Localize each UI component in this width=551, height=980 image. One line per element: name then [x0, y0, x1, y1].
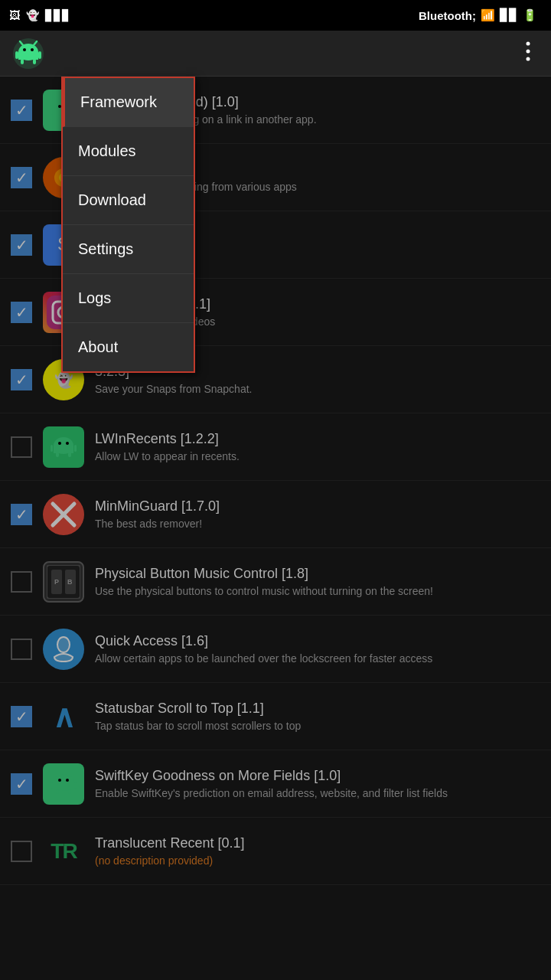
top-bar: [0, 31, 551, 77]
overflow-menu-icon[interactable]: [517, 41, 539, 67]
svg-rect-2: [18, 52, 38, 60]
photo-icon: 🖼: [9, 9, 20, 21]
svg-rect-9: [15, 51, 18, 59]
dropdown-item-modules[interactable]: Modules: [63, 127, 194, 176]
svg-rect-10: [38, 51, 41, 59]
dropdown-item-download[interactable]: Download: [63, 176, 194, 225]
status-bar: 🖼 👻 ▊▊▊ Bluetooth; 📶 ▊▊ 🔋: [0, 0, 551, 31]
svg-rect-4: [33, 59, 36, 64]
svg-point-11: [527, 41, 530, 45]
bluetooth-icon: Bluetooth;: [419, 9, 476, 22]
dropdown-item-settings[interactable]: Settings: [63, 225, 194, 274]
signal-bars-icon: ▊▊: [500, 8, 518, 22]
wifi-icon: 📶: [481, 8, 495, 22]
svg-point-12: [527, 49, 530, 53]
svg-point-5: [23, 48, 26, 51]
status-icons-left: 🖼 👻 ▊▊▊: [9, 9, 70, 21]
dropdown-menu: FrameworkModulesDownloadSettingsLogsAbou…: [61, 77, 195, 373]
dropdown-item-about[interactable]: About: [63, 323, 194, 371]
svg-point-13: [527, 57, 530, 60]
snapchat-icon: 👻: [26, 9, 39, 21]
android-logo: [12, 38, 44, 70]
signal-icon: ▊▊▊: [45, 9, 70, 21]
battery-icon: 🔋: [523, 8, 537, 22]
svg-point-6: [31, 48, 34, 51]
svg-rect-3: [21, 59, 24, 64]
dropdown-item-logs[interactable]: Logs: [63, 274, 194, 323]
status-info-right: Bluetooth; 📶 ▊▊ 🔋: [419, 8, 542, 22]
dropdown-item-framework[interactable]: Framework: [63, 78, 194, 127]
